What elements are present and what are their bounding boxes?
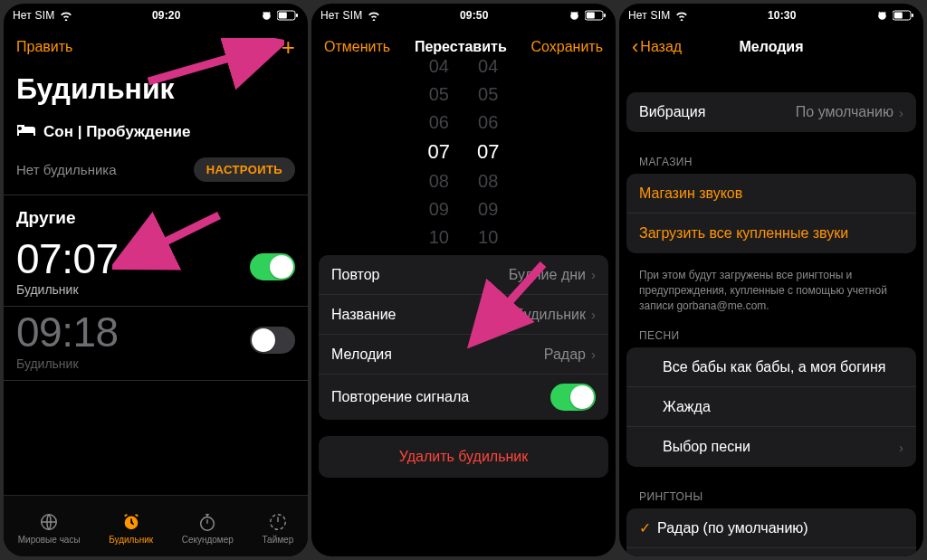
chevron-right-icon: ›: [591, 346, 596, 362]
snooze-row: Повторение сигнала: [319, 375, 608, 420]
ringtone-row[interactable]: Апекс: [626, 548, 916, 556]
status-alarm-icon: [261, 10, 272, 22]
chevron-right-icon: ›: [899, 105, 903, 120]
no-alarm-text: Нет будильника: [16, 162, 117, 177]
song-row[interactable]: Жажда: [626, 387, 916, 427]
svg-point-5: [201, 517, 215, 531]
repeat-value: Будние дни: [509, 267, 586, 283]
setup-button[interactable]: НАСТРОИТЬ: [194, 157, 295, 182]
tab-alarm[interactable]: Будильник: [109, 511, 153, 545]
status-alarm-icon: [569, 10, 580, 22]
tab-label: Мировые часы: [18, 535, 81, 545]
ringtones-header: РИНГТОНЫ: [619, 474, 923, 508]
repeat-label: Повтор: [331, 267, 380, 283]
song-row[interactable]: Все бабы как бабы, а моя богиня: [626, 347, 916, 387]
download-purchased-link[interactable]: Загрузить все купленные звуки: [626, 214, 916, 253]
svg-rect-1: [279, 13, 287, 19]
save-button[interactable]: Сохранить: [530, 39, 603, 55]
timer-icon: [266, 511, 290, 533]
picker-hours[interactable]: 04 05 06 07 08 09 10: [428, 56, 450, 248]
back-button[interactable]: ‹ Назад: [632, 39, 695, 55]
vibration-label: Вибрация: [639, 104, 705, 120]
nav-title: Мелодия: [739, 39, 803, 55]
pick-song-row[interactable]: Выбор песни ›: [626, 427, 916, 467]
picker-minutes[interactable]: 04 05 06 07 08 09 10: [477, 56, 499, 248]
nav-bar: Править +: [4, 27, 308, 67]
chevron-left-icon: ‹: [632, 39, 638, 55]
sleep-section-header: Сон | Пробуждение: [4, 113, 308, 150]
vibration-value: По умолчанию: [796, 104, 894, 120]
tab-bar: Мировые часы Будильник Секундомер Таймер: [4, 495, 308, 556]
repeat-row[interactable]: Повтор Будние дни›: [319, 255, 608, 295]
alarm-row[interactable]: 09:18 Будильник: [4, 307, 308, 380]
stopwatch-icon: [196, 511, 219, 533]
alarm-row[interactable]: 07:07 Будильник: [4, 233, 308, 307]
pick-song-label: Выбор песни: [639, 439, 750, 455]
svg-rect-8: [587, 13, 595, 19]
alarm-label: Будильник: [16, 356, 119, 371]
alarm-clock-icon: [119, 511, 143, 533]
carrier-text: Нет SIM: [320, 9, 363, 22]
add-alarm-button[interactable]: +: [232, 35, 295, 59]
no-alarm-row: Нет будильника НАСТРОИТЬ: [4, 150, 308, 195]
wifi-icon: [368, 11, 380, 21]
ringtone-row[interactable]: ✓Радар (по умолчанию): [626, 508, 916, 548]
alarm-toggle[interactable]: [250, 253, 295, 280]
battery-icon: [277, 10, 299, 21]
chevron-right-icon: ›: [591, 267, 596, 282]
name-row[interactable]: Название Будильник›: [319, 295, 608, 335]
checkmark-icon: ✓: [639, 519, 657, 536]
status-bar: Нет SIM 09:50: [311, 4, 616, 27]
songs-header: ПЕСНИ: [619, 313, 923, 347]
battery-icon: [893, 10, 914, 21]
status-time: 09:50: [460, 9, 489, 22]
status-time: 10:30: [768, 9, 797, 22]
carrier-text: Нет SIM: [628, 9, 671, 22]
ringtone-name: Радар (по умолчанию): [657, 520, 808, 536]
tab-label: Будильник: [109, 535, 153, 545]
delete-alarm-button[interactable]: Удалить будильник: [319, 436, 608, 478]
svg-rect-2: [296, 14, 298, 17]
alarm-label: Будильник: [16, 282, 119, 297]
vibration-row[interactable]: Вибрация По умолчанию›: [626, 92, 916, 132]
svg-rect-9: [604, 14, 606, 17]
alarm-toggle[interactable]: [250, 327, 295, 354]
tone-store-link[interactable]: Магазин звуков: [626, 174, 916, 214]
chevron-right-icon: ›: [591, 307, 596, 322]
tab-world-clock[interactable]: Мировые часы: [18, 511, 81, 545]
nav-bar: ‹ Назад Мелодия: [619, 27, 923, 67]
store-header: МАГАЗИН: [619, 139, 923, 174]
nav-bar: Отменить Переставить Сохранить: [311, 27, 616, 67]
wifi-icon: [60, 11, 72, 21]
nav-title: Переставить: [415, 39, 507, 55]
snooze-label: Повторение сигнала: [331, 389, 469, 405]
alarm-time: 07:07: [16, 237, 119, 280]
sound-row[interactable]: Мелодия Радар›: [319, 335, 608, 375]
snooze-toggle[interactable]: [550, 384, 596, 411]
tab-timer[interactable]: Таймер: [262, 511, 293, 545]
name-label: Название: [331, 307, 397, 323]
edit-button[interactable]: Править: [16, 39, 80, 55]
battery-icon: [585, 10, 607, 21]
svg-rect-11: [894, 13, 903, 19]
tab-label: Таймер: [262, 535, 293, 545]
others-header: Другие: [4, 195, 308, 233]
store-helper-text: При этом будут загружены все рингтоны и …: [619, 261, 923, 313]
tab-stopwatch[interactable]: Секундомер: [182, 511, 234, 545]
page-title: Будильник: [4, 67, 308, 113]
back-label: Назад: [640, 39, 682, 55]
chevron-right-icon: ›: [899, 440, 903, 455]
song-name: Жажда: [639, 399, 711, 415]
status-bar: Нет SIM 09:20: [4, 4, 308, 27]
alarm-time: 09:18: [16, 310, 119, 354]
cancel-button[interactable]: Отменить: [324, 39, 390, 55]
carrier-text: Нет SIM: [13, 9, 55, 22]
sound-value: Радар: [544, 346, 586, 363]
time-picker[interactable]: 04 05 06 07 08 09 10 04 05 06 07 08 09 1…: [311, 71, 616, 233]
svg-rect-12: [912, 14, 913, 17]
status-alarm-icon: [876, 10, 888, 22]
name-value: Будильник: [515, 307, 586, 323]
bed-icon: [16, 122, 36, 141]
status-time: 09:20: [152, 9, 181, 22]
globe-icon: [37, 511, 61, 533]
